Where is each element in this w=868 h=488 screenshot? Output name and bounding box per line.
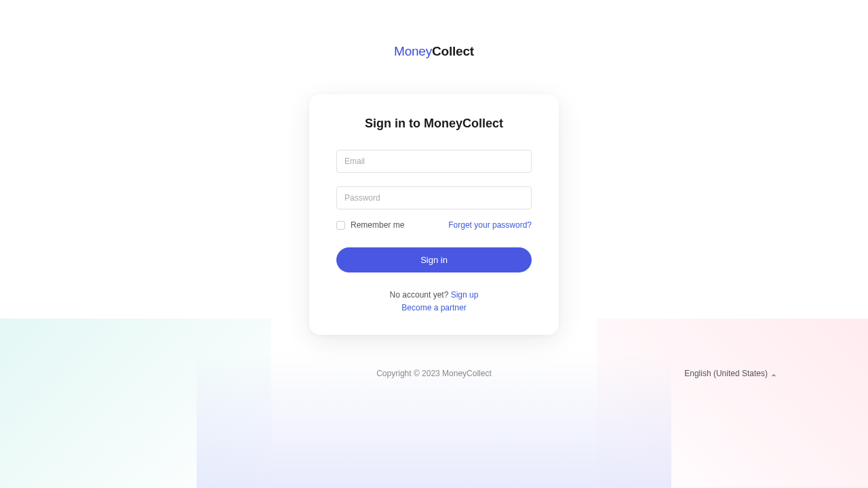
logo-part-money: Money: [394, 44, 432, 58]
signin-card: Sign in to MoneyCollect Remember me Forg…: [309, 94, 559, 335]
forgot-password-link[interactable]: Forget your password?: [448, 220, 532, 230]
remember-label: Remember me: [351, 220, 404, 230]
email-input[interactable]: [336, 150, 532, 173]
remember-checkbox[interactable]: [336, 221, 345, 230]
language-selector[interactable]: English (United States): [684, 369, 776, 378]
logo-part-collect: Collect: [432, 44, 474, 58]
signin-button[interactable]: Sign in: [336, 247, 532, 272]
chevron-up-icon: [771, 371, 776, 376]
remember-wrapper: Remember me: [336, 220, 404, 230]
copyright-text: Copyright © 2023 MoneyCollect: [376, 369, 492, 378]
signup-link[interactable]: Sign up: [451, 290, 479, 300]
options-row: Remember me Forget your password?: [336, 220, 532, 230]
bottom-links: No account yet? Sign up Become a partner: [336, 288, 532, 312]
footer: Copyright © 2023 MoneyCollect English (U…: [0, 369, 868, 378]
language-label: English (United States): [684, 369, 768, 378]
logo: MoneyCollect: [394, 44, 474, 59]
no-account-text: No account yet?: [390, 290, 451, 300]
password-input[interactable]: [336, 186, 532, 209]
partner-link[interactable]: Become a partner: [336, 303, 532, 312]
card-title: Sign in to MoneyCollect: [336, 117, 532, 131]
main-container: MoneyCollect Sign in to MoneyCollect Rem…: [0, 0, 868, 378]
